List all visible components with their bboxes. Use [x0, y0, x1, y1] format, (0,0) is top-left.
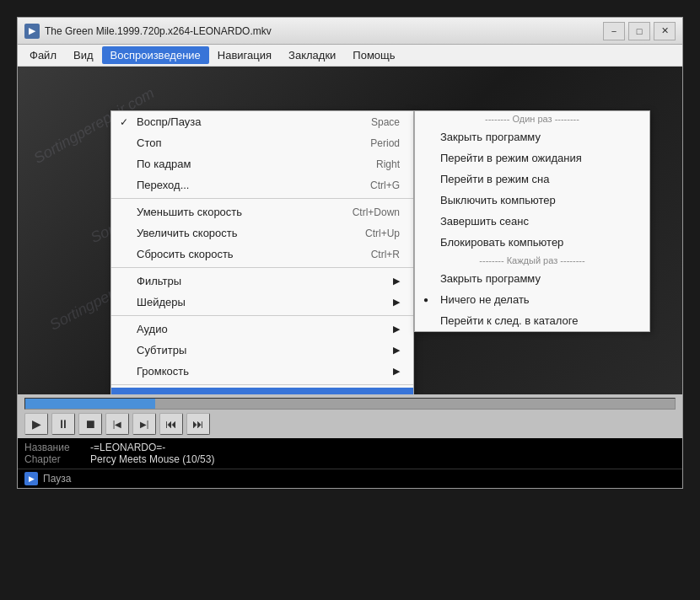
progress-bar[interactable]: [24, 398, 676, 410]
menu-frame-step[interactable]: По кадрам Right: [111, 153, 413, 174]
menu-stop[interactable]: Стоп Period: [111, 132, 413, 153]
arrow-icon: ▶: [393, 297, 400, 308]
next-frame-button[interactable]: ▶|: [132, 413, 156, 435]
after-play-submenu: -------- Один раз -------- Закрыть прогр…: [414, 110, 650, 332]
next-button[interactable]: ⏭: [186, 413, 210, 435]
window-controls: − □ ✕: [603, 22, 676, 40]
prev-frame-button[interactable]: |◀: [105, 413, 129, 435]
stop-button[interactable]: ⏹: [78, 413, 102, 435]
submenu-standby[interactable]: Перейти в режим ожидания: [415, 147, 649, 169]
playback-buttons: ▶ ⏸ ⏹ |◀ ▶| ⏮ ⏭: [24, 413, 676, 435]
info-chapter-row: Chapter Percy Meets Mouse (10/53): [24, 453, 676, 465]
status-bar: ▶ Пауза: [18, 469, 682, 488]
menu-play-pause[interactable]: ✓ Воспр/Пауза Space: [111, 111, 413, 132]
menu-volume[interactable]: Громкость ▶: [111, 361, 413, 382]
arrow-icon: ▶: [393, 366, 400, 377]
menu-speed-reset[interactable]: Сбросить скорость Ctrl+R: [111, 244, 413, 265]
check-icon: ✓: [120, 116, 128, 128]
chapter-value: Percy Meets Mouse (10/53): [90, 453, 214, 465]
separator-3: [111, 315, 413, 316]
minimize-button[interactable]: −: [603, 22, 625, 40]
menu-bookmarks[interactable]: Закладки: [280, 46, 344, 64]
maximize-button[interactable]: □: [628, 22, 650, 40]
menu-audio[interactable]: Аудио ▶: [111, 319, 413, 340]
menubar: Файл Вид Воспроизведение Навигация Закла…: [18, 45, 682, 67]
app-icon: ▶: [24, 24, 40, 39]
play-button[interactable]: ▶: [24, 413, 48, 435]
progress-fill: [25, 399, 155, 409]
menu-help[interactable]: Помощь: [344, 46, 403, 64]
separator-1: [111, 198, 413, 199]
arrow-icon: ▶: [393, 393, 400, 394]
submenu-close-once[interactable]: Закрыть программу: [415, 126, 649, 147]
menu-speed-up[interactable]: Увеличить скорость Ctrl+Up: [111, 222, 413, 244]
menu-speed-down[interactable]: Уменьшить скорость Ctrl+Down: [111, 201, 413, 222]
menu-view[interactable]: Вид: [65, 46, 102, 64]
prev-button[interactable]: ⏮: [159, 413, 183, 435]
playback-dropdown: ✓ Воспр/Пауза Space Стоп Period По кадра…: [110, 110, 414, 394]
submenu-lock[interactable]: Блокировать компьютер: [415, 232, 649, 253]
separator-4: [111, 384, 413, 385]
submenu-end-session[interactable]: Завершить сеанс: [415, 211, 649, 232]
info-bar: Название -=LEONARDO=- Chapter Percy Meet…: [18, 438, 682, 469]
name-label: Название: [24, 442, 83, 453]
submenu-shutdown[interactable]: Выключить компьютер: [415, 190, 649, 211]
video-area: Sortingperepair.com Sortingperepair.com …: [18, 67, 682, 394]
section-label-each: -------- Каждый раз --------: [415, 253, 649, 268]
window-title: The Green Mile.1999.720p.x264-LEONARDO.m…: [45, 25, 603, 37]
menu-playback[interactable]: Воспроизведение: [102, 46, 209, 64]
submenu-sleep[interactable]: Перейти в режим сна: [415, 169, 649, 190]
main-window: ▶ The Green Mile.1999.720p.x264-LEONARDO…: [17, 17, 683, 489]
info-name-row: Название -=LEONARDO=-: [24, 442, 676, 453]
menu-file[interactable]: Файл: [21, 46, 65, 64]
status-icon: ▶: [24, 472, 38, 485]
menu-goto[interactable]: Переход... Ctrl+G: [111, 174, 413, 196]
menu-shaders[interactable]: Шейдеры ▶: [111, 292, 413, 313]
titlebar: ▶ The Green Mile.1999.720p.x264-LEONARDO…: [18, 18, 682, 45]
submenu-close-each[interactable]: Закрыть программу: [415, 268, 649, 289]
arrow-icon: ▶: [393, 324, 400, 335]
menu-navigate[interactable]: Навигация: [209, 46, 280, 64]
controls-area: ▶ ⏸ ⏹ |◀ ▶| ⏮ ⏭: [18, 394, 682, 438]
separator-2: [111, 267, 413, 268]
name-value: -=LEONARDO=-: [90, 442, 165, 453]
arrow-icon: ▶: [393, 276, 400, 287]
submenu-do-nothing[interactable]: Ничего не делать: [415, 289, 649, 310]
pause-button[interactable]: ⏸: [51, 413, 75, 435]
menu-subtitles[interactable]: Субтитры ▶: [111, 340, 413, 361]
arrow-icon: ▶: [393, 345, 400, 356]
submenu-next-in-folder[interactable]: Перейти к след. в каталоге: [415, 310, 649, 331]
close-button[interactable]: ✕: [654, 22, 676, 40]
menu-filters[interactable]: Фильтры ▶: [111, 271, 413, 292]
status-text: Пауза: [43, 473, 71, 485]
menu-after-play[interactable]: По окончании воспроизведения ▶: [111, 388, 413, 394]
chapter-label: Chapter: [24, 453, 83, 465]
section-label-once: -------- Один раз --------: [415, 111, 649, 126]
